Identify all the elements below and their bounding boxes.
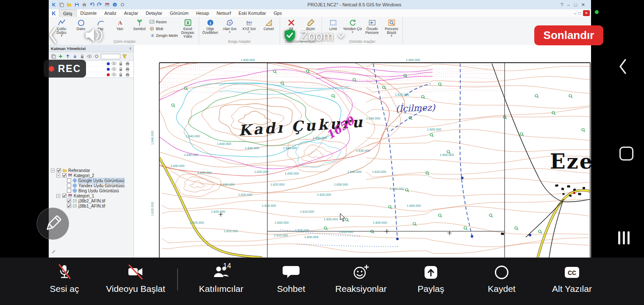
ribbon-button-obje-zellikleri[interactable]: iObje Özellikleri [200,18,220,35]
lock-icon[interactable] [118,72,123,77]
android-back-button[interactable] [618,58,628,77]
printer-icon[interactable] [125,61,130,66]
doc-minimize-button[interactable]: – [574,11,576,16]
ribbon-button-alan-sor[interactable]: ?Alan Sor▾ [220,18,239,33]
end-meeting-button[interactable]: Sonlandır [534,25,603,45]
speaker-icon[interactable] [82,26,104,46]
checkbox[interactable] [67,178,71,183]
ribbon-button-resim[interactable]: Resim [149,19,178,25]
quick-access-toolbar: Ki [49,2,148,8]
grid-icon[interactable] [104,2,110,8]
ribbon-button-sembol[interactable]: Sembol [130,18,149,31]
panel-tool-plus-icon[interactable] [58,53,64,59]
maximize-button[interactable]: □ [574,2,577,7]
eye-icon[interactable] [111,61,117,66]
ribbon-tab-gps[interactable]: Gps [270,9,286,17]
android-recents-button[interactable] [618,231,630,244]
ribbon-tab-hesap[interactable]: Hesap [192,9,213,17]
eye-icon[interactable] [111,67,117,72]
lock-icon[interactable] [118,61,123,66]
redo-icon[interactable] [97,2,103,8]
toolbar-video-button[interactable]: Videoyu Başlat [91,263,180,294]
info-icon[interactable]: i [112,2,118,8]
tree-item-google-uydu-g-r-nt-s[interactable]: Google Uydu Görüntüsü [50,178,133,183]
checkbox[interactable] [62,194,67,198]
tree-item-yandex-uydu-g-r-nt-s[interactable]: Yandex Uydu Görüntüsü [50,183,133,188]
filter-funnel-icon[interactable] [122,53,128,59]
netcad-logo[interactable]: K [49,9,59,17]
ribbon-tab-netsurf[interactable]: Netsurf [213,9,235,17]
meeting-info[interactable]: Zoom [284,27,344,46]
panel-tool-lock-icon[interactable] [79,53,85,59]
checkbox[interactable] [56,168,61,173]
ribbon-tab-detaylar[interactable]: Detaylar [142,9,166,17]
lock-icon[interactable] [118,67,123,72]
cat-icon [68,194,72,198]
eye-icon[interactable] [111,72,117,77]
expand-toggle-icon[interactable] [56,173,61,178]
panel-filter-input[interactable] [101,54,120,59]
ribbon-tab-d-zenle[interactable]: Düzenle [77,9,101,17]
ribbon-button-blok[interactable]: Blok [149,25,178,32]
checkbox[interactable] [67,199,71,203]
back-chevron-button[interactable] [47,25,58,47]
expand-toggle-icon[interactable] [50,168,55,173]
open-folder-icon[interactable] [66,2,72,8]
pen-icon[interactable] [51,247,56,255]
checkbox[interactable] [67,183,71,188]
ribbon-button-nceki-pencere[interactable]: Önceki Pencere [362,18,382,35]
panel-tool-up-icon[interactable] [65,53,71,59]
undo-icon[interactable] [89,2,95,8]
polyline-icon [58,19,66,27]
panel-tool-gear-icon[interactable] [94,53,100,59]
panel-tool-layers-icon[interactable] [50,53,56,59]
reference-tree: ReferanslarKategori_2Google Uydu Görüntü… [50,168,133,208]
doc-restore-button[interactable]: □ [578,11,581,16]
panel-tool-eye-icon[interactable] [86,53,92,59]
map-canvas[interactable]: Kadı Çukuru1650(İçilmez)Ezen1.640.0001.6… [134,45,591,258]
panel-tool-down-icon[interactable] [72,53,78,59]
doc-close-button[interactable]: ✕ [583,10,590,16]
netcad-logo-icon[interactable]: K [51,2,57,8]
help-button[interactable]: ? [561,2,563,7]
tree-item-bing-uydu-g-r-nt-s[interactable]: Bing Uydu Görüntüsü [50,188,133,193]
printer-icon[interactable] [125,72,130,77]
ribbon-button-zengin-metin[interactable]: AZengin Metin [149,32,178,39]
ribbon-tab-eski-komutlar[interactable]: Eski Komutlar [235,9,270,17]
save-icon[interactable] [74,2,80,8]
print-icon[interactable] [81,2,87,8]
toolbar-captions-button[interactable]: CCAlt Yazılar [527,263,616,294]
expand-toggle-icon[interactable] [56,194,61,198]
checkbox[interactable] [62,173,67,178]
elevation-label: 1.600.000 [406,58,420,62]
elevation-label: 1.640.000 [150,131,154,145]
printer-icon[interactable] [125,67,130,72]
ribbon-tab-analiz[interactable]: Analiz [100,9,120,17]
block-icon [149,26,155,31]
elevation-label: 1.630.000 [334,183,348,186]
ribbon-tab-ara-lar[interactable]: Araçlar [120,9,142,17]
ribbon-button-yaz[interactable]: AYazı [110,18,130,31]
checkbox[interactable] [67,189,71,193]
new-document-icon[interactable] [58,2,64,8]
ribbon-button-xyz-sor[interactable]: xyzXYZ Sor▾ [239,18,259,33]
ribbon-button-pencere-b-y-t[interactable]: Pencere Büyüt▾ [382,18,401,37]
ribbon-tab-giri[interactable]: Giriş [59,9,77,17]
tree-item-kategori-1[interactable]: Kategori_1 [50,193,133,198]
redraw-icon [349,19,357,27]
ribbon-button-yeniden-iz[interactable]: Yeniden Çiz▾ [343,18,362,33]
annotate-pencil-button[interactable] [36,207,70,241]
settings-icon[interactable] [119,2,125,8]
recording-indicator: REC [44,60,86,78]
ribbon-tab-g-r-n-m[interactable]: Görünüm [166,9,192,17]
tree-item-j38b2-afin-tif[interactable]: j38b2_AFIN.tif [50,198,133,203]
ribbon-button-excel-dosyas-y-kle[interactable]: XExcel Dosyası Yükle [178,18,197,39]
tree-item-referanslar[interactable]: Referanslar [50,168,133,173]
ribbon-button-cetvel[interactable]: Cetvel [259,18,278,31]
tree-item-kategori-2[interactable]: Kategori_2 [50,173,133,178]
android-home-button[interactable] [619,147,633,161]
elevation-label: 1.620.000 [372,170,386,174]
panel-close-icon[interactable]: x [130,46,132,50]
minimize-button[interactable]: – [567,2,570,7]
close-button[interactable]: ✕ [581,2,585,8]
